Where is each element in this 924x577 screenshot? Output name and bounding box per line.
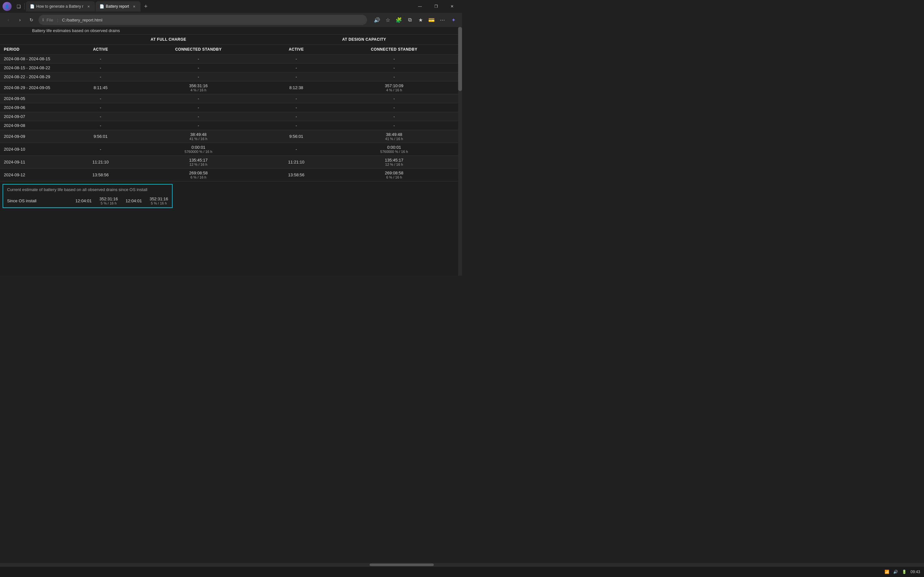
collections-button[interactable]: ★: [416, 15, 425, 25]
address-bar: ‹ › ↻ ℹ File | C:/battery_report.html 🔊 …: [0, 13, 462, 27]
estimate-table: Since OS install 12:04:01 352:31:16 5 % …: [3, 195, 172, 207]
scrollbar-track[interactable]: [458, 27, 462, 276]
extensions-button[interactable]: 🧩: [394, 15, 404, 25]
url-bar[interactable]: ℹ File | C:/battery_report.html: [39, 15, 367, 25]
table-row: 2024-08-08 - 2024-08-15----: [0, 55, 462, 63]
maximize-button[interactable]: ❐: [429, 1, 443, 11]
more-button[interactable]: ⋯: [438, 15, 447, 25]
battery-estimates-table: AT FULL CHARGE AT DESIGN CAPACITY PERIOD…: [0, 35, 462, 181]
copilot-button[interactable]: ✦: [449, 15, 458, 25]
url-path: C:/battery_report.html: [62, 18, 102, 23]
period-cell: 2024-08-15 - 2024-08-22: [0, 63, 71, 73]
since-os-connected-standby-full: 352:31:16 5 % / 16 h: [95, 195, 122, 207]
tab-how-to[interactable]: 📄 How to generate a Battery r ✕: [26, 1, 95, 11]
table-row: 2024-09-1111:21:10135:45:1712 % / 16 h11…: [0, 156, 462, 169]
period-cell: 2024-08-22 - 2024-08-29: [0, 73, 71, 81]
favorites-button[interactable]: ☆: [383, 15, 393, 25]
estimate-box: Current estimate of battery life based o…: [3, 184, 173, 208]
tab-battery-report[interactable]: 📄 Battery report ✕: [95, 1, 141, 11]
table-row: 2024-09-10-0:00:015760000 % / 16 h-0:00:…: [0, 143, 462, 156]
read-aloud-button[interactable]: 🔊: [372, 15, 382, 25]
tab1-favicon: 📄: [30, 4, 34, 9]
table-row: 2024-09-08----: [0, 121, 462, 130]
period-cell: 2024-09-11: [0, 156, 71, 169]
toolbar-icons: 🔊 ☆ 🧩 ⧉ ★ 💳 ⋯ ✦: [372, 15, 458, 25]
since-os-install-label: Since OS install: [3, 195, 71, 207]
table-row: 2024-08-29 - 2024-09-058:11:45356:31:164…: [0, 81, 462, 94]
table-row: 2024-08-22 - 2024-08-29----: [0, 73, 462, 81]
table-row: 2024-09-1213:58:56269:08:586 % / 16 h13:…: [0, 169, 462, 181]
minimize-button[interactable]: —: [413, 1, 427, 11]
back-button[interactable]: ‹: [4, 15, 13, 24]
since-os-active-design: 12:04:01: [122, 195, 146, 207]
url-protocol: File: [47, 18, 53, 23]
intro-text: Battery life estimates based on observed…: [32, 28, 120, 33]
table-row: 2024-09-07----: [0, 112, 462, 121]
period-cell: 2024-09-09: [0, 130, 71, 143]
col-connected-standby-design: CONNECTED STANDBY: [326, 45, 462, 55]
tab2-close-button[interactable]: ✕: [132, 4, 137, 9]
close-button[interactable]: ✕: [445, 1, 459, 11]
period-cell: 2024-08-08 - 2024-08-15: [0, 55, 71, 63]
col-period: PERIOD: [0, 45, 71, 55]
col-connected-standby-full: CONNECTED STANDBY: [131, 45, 266, 55]
new-tab-button[interactable]: +: [141, 2, 150, 11]
tab1-close-button[interactable]: ✕: [86, 4, 91, 9]
tab2-favicon: 📄: [99, 4, 104, 9]
period-cell: 2024-09-10: [0, 143, 71, 156]
tab1-label: How to generate a Battery r: [36, 4, 83, 9]
full-charge-group-header: AT FULL CHARGE: [71, 35, 266, 45]
table-row: 2024-09-05----: [0, 94, 462, 103]
since-os-install-row: Since OS install 12:04:01 352:31:16 5 % …: [3, 195, 172, 207]
page-content: Battery life estimates based on observed…: [0, 27, 462, 276]
since-os-connected-standby-design: 352:31:16 5 % / 16 h: [145, 195, 172, 207]
period-cell: 2024-09-07: [0, 112, 71, 121]
section-intro: Battery life estimates based on observed…: [0, 27, 462, 35]
period-cell: 2024-09-06: [0, 103, 71, 112]
refresh-button[interactable]: ↻: [27, 15, 36, 24]
period-cell: 2024-09-08: [0, 121, 71, 130]
wallet-button[interactable]: 💳: [427, 15, 436, 25]
table-row: 2024-08-15 - 2024-08-22----: [0, 63, 462, 73]
info-icon: ℹ: [42, 18, 44, 22]
scrollbar-thumb[interactable]: [458, 27, 462, 91]
tab2-label: Battery report: [106, 4, 129, 9]
design-capacity-group-header: AT DESIGN CAPACITY: [266, 35, 462, 45]
window-controls: — ❐ ✕: [413, 1, 459, 11]
col-active-design: ACTIVE: [266, 45, 326, 55]
sidebar-toggle-button[interactable]: ❏: [14, 2, 23, 11]
forward-button[interactable]: ›: [15, 15, 24, 24]
col-active-full: ACTIVE: [71, 45, 131, 55]
period-cell: 2024-09-12: [0, 169, 71, 181]
profile-avatar[interactable]: 👤: [3, 2, 11, 11]
table-row: 2024-09-099:56:0138:49:4841 % / 16 h9:56…: [0, 130, 462, 143]
since-os-active-full: 12:04:01: [71, 195, 95, 207]
period-cell: 2024-09-05: [0, 94, 71, 103]
url-separator: |: [57, 18, 58, 23]
title-bar: 👤 ❏ 📄 How to generate a Battery r ✕ 📄 Ba…: [0, 0, 462, 13]
period-cell: 2024-08-29 - 2024-09-05: [0, 81, 71, 94]
table-row: 2024-09-06----: [0, 103, 462, 112]
split-screen-button[interactable]: ⧉: [405, 15, 415, 25]
estimate-note: Current estimate of battery life based o…: [3, 185, 172, 195]
period-col-header: [0, 35, 71, 45]
